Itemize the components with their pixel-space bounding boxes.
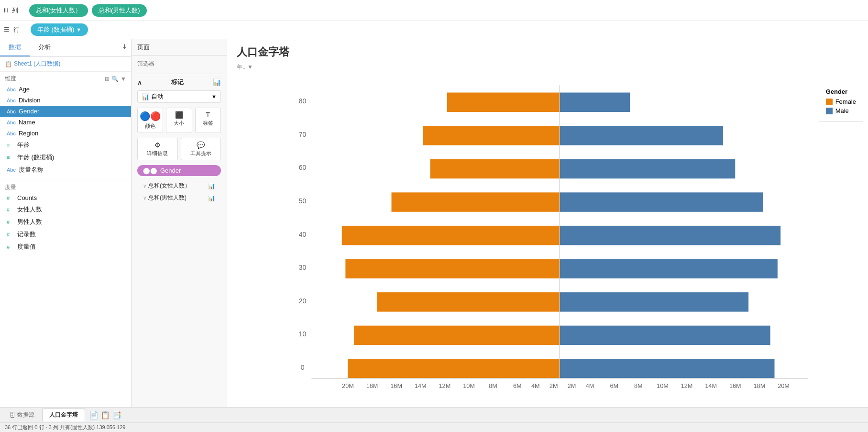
marks-row: ⚙ 详细信息 💬 工具提示 <box>137 138 221 160</box>
bar-female-60 <box>430 159 560 178</box>
tab-data[interactable]: 数据 <box>0 39 30 56</box>
new-sheet-icon[interactable]: 📄 <box>89 410 99 420</box>
top-toolbar: iii 列 总和(女性人数） 总和(男性人数) <box>0 0 868 21</box>
bar-female-40 <box>342 226 560 245</box>
svg-text:30: 30 <box>299 264 307 271</box>
dim-name[interactable]: Abc Name <box>0 117 131 128</box>
chart-area: 0 10 20 30 40 50 60 70 80 <box>227 73 868 407</box>
caret-icon: ∨ <box>143 183 146 188</box>
label-button[interactable]: T 标签 <box>195 108 221 133</box>
mea-value[interactable]: # 度量值 <box>0 241 131 253</box>
filter-section: 筛选器 <box>132 56 227 74</box>
tab-analysis[interactable]: 分析 <box>30 39 59 56</box>
gender-pill[interactable]: ⬤⬤ Gender <box>137 165 221 176</box>
down-icon[interactable]: ▼ <box>121 76 126 82</box>
col-pill-female[interactable]: 总和(女性人数） <box>29 4 88 17</box>
abc-icon: Abc <box>7 98 16 103</box>
marks-section: ∧ 标记 📊 📊 自动 ▼ 🔵🔴 颜色 ⬛ 大小 T <box>132 74 227 208</box>
measure2-item[interactable]: ∨ 总和(男性人数) 📊 <box>137 192 221 204</box>
svg-text:80: 80 <box>299 97 307 105</box>
svg-text:10M: 10M <box>657 383 669 388</box>
row-label: 行 <box>13 25 27 34</box>
tooltip-button[interactable]: 💬 工具提示 <box>181 138 221 160</box>
chart-svg-wrap: 0 10 20 30 40 50 60 70 80 <box>227 73 868 407</box>
sheet-tab[interactable]: 人口金字塔 <box>42 409 85 421</box>
sheet-label[interactable]: 📋 Sheet1 (人口数据) <box>0 57 131 71</box>
dim-division[interactable]: Abc Division <box>0 95 131 106</box>
caret-icon: ∨ <box>143 195 146 200</box>
marks-grid: 🔵🔴 颜色 ⬛ 大小 T 标签 <box>137 108 221 133</box>
abc-icon: Abc <box>7 167 16 173</box>
marks-dropdown[interactable]: 📊 自动 ▼ <box>137 90 221 103</box>
legend-color-male <box>826 108 833 114</box>
svg-text:10: 10 <box>299 330 307 338</box>
svg-text:20M: 20M <box>342 383 354 388</box>
hash-icon: # <box>7 244 14 250</box>
datasource-tab[interactable]: 🗄 数据源 <box>4 409 40 421</box>
new-dashboard-icon[interactable]: 📋 <box>100 410 110 420</box>
dim-age[interactable]: Abc Age <box>0 84 131 95</box>
dots-icon: ⬤⬤ <box>143 167 157 174</box>
row-toolbar: ☰ 行 年龄 (数据桶) ▼ <box>0 21 868 39</box>
marks-title: ∧ 标记 📊 <box>137 78 221 87</box>
svg-text:4M: 4M <box>531 383 540 388</box>
row-pill-age[interactable]: 年龄 (数据桶) ▼ <box>31 23 88 36</box>
detail-button[interactable]: ⚙ 详细信息 <box>137 138 178 160</box>
hash-icon: # <box>7 219 14 225</box>
left-panel: 数据 分析 ⬇ 📋 Sheet1 (人口数据) 维度 ⊞ 🔍 ▼ Abc Age… <box>0 39 132 407</box>
page-header: 页面 <box>132 39 227 56</box>
bar-male-10 <box>560 326 770 345</box>
mea-counts[interactable]: # Counts <box>0 192 131 203</box>
measure1-item[interactable]: ∨ 总和(女性人数） 📊 <box>137 180 221 192</box>
color-button[interactable]: 🔵🔴 颜色 <box>137 108 163 133</box>
svg-text:18M: 18M <box>366 383 378 388</box>
bottom-icons: 📄 📋 📑 <box>89 410 121 420</box>
bar-female-80 <box>447 92 560 111</box>
dim-region[interactable]: Abc Region <box>0 128 131 139</box>
col-pill-male[interactable]: 总和(男性人数) <box>92 4 147 17</box>
db-icon: 🗄 <box>10 412 15 419</box>
search-icon[interactable]: 🔍 <box>111 76 119 82</box>
bottom-bar: 🗄 数据源 人口金字塔 📄 📋 📑 <box>0 407 868 422</box>
marks-chart-icon[interactable]: 📊 <box>213 78 221 86</box>
col-label: 列 <box>12 6 25 15</box>
legend-item-male: Male <box>826 107 856 114</box>
dim-nianling[interactable]: ≡ 年龄 <box>0 139 131 151</box>
dim-gender[interactable]: Abc Gender <box>0 106 131 117</box>
mea-female[interactable]: # 女性人数 <box>0 203 131 216</box>
tab-arrow[interactable]: ⬇ <box>118 39 131 56</box>
svg-text:2M: 2M <box>568 383 576 388</box>
measure-header: 度量 <box>0 180 131 192</box>
bar-female-20 <box>377 292 560 311</box>
svg-text:20: 20 <box>299 297 307 305</box>
svg-text:18M: 18M <box>754 383 766 388</box>
chart-panel: 人口金字塔 年.. ▼ 0 10 20 30 40 50 60 70 80 <box>227 39 868 407</box>
mea-records[interactable]: # 记录数 <box>0 228 131 241</box>
svg-text:8M: 8M <box>489 383 497 388</box>
abc-icon: Abc <box>7 109 16 114</box>
new-story-icon[interactable]: 📑 <box>112 410 121 420</box>
col-icon: iii <box>4 7 8 14</box>
population-chart: 0 10 20 30 40 50 60 70 80 <box>232 73 863 388</box>
legend-title: Gender <box>826 88 856 95</box>
svg-text:2M: 2M <box>549 383 558 388</box>
color-dots-icon: 🔵🔴 <box>140 111 161 122</box>
year-filter[interactable]: 年.. ▼ <box>227 62 868 73</box>
data-tabs: 数据 分析 ⬇ <box>0 39 131 57</box>
svg-text:70: 70 <box>299 131 307 138</box>
legend-item-female: Female <box>826 98 856 105</box>
middle-panel: 页面 筛选器 ∧ 标记 📊 📊 自动 ▼ 🔵🔴 颜色 ⬛ <box>132 39 227 407</box>
mea-male[interactable]: # 男性人数 <box>0 216 131 228</box>
bar-female-50 <box>392 192 560 211</box>
chart-icon: 📊 <box>208 183 215 189</box>
grid-icon[interactable]: ⊞ <box>105 76 110 82</box>
bar-icon: ≡ <box>7 142 14 148</box>
size-button[interactable]: ⬛ 大小 <box>166 108 192 133</box>
dim-nianling-bucket[interactable]: ≡ 年龄 (数据桶) <box>0 151 131 164</box>
chart-icon: 📊 <box>208 195 215 201</box>
dim-duliang[interactable]: Abc 度量名称 <box>0 164 131 176</box>
filter-label: 筛选器 <box>137 60 221 68</box>
bar-female-70 <box>423 126 560 145</box>
status-bar: 36 行已返回 0 行 · 3 列 共有(固性人数) 139,056,129 <box>0 422 868 432</box>
svg-text:16M: 16M <box>729 383 741 388</box>
